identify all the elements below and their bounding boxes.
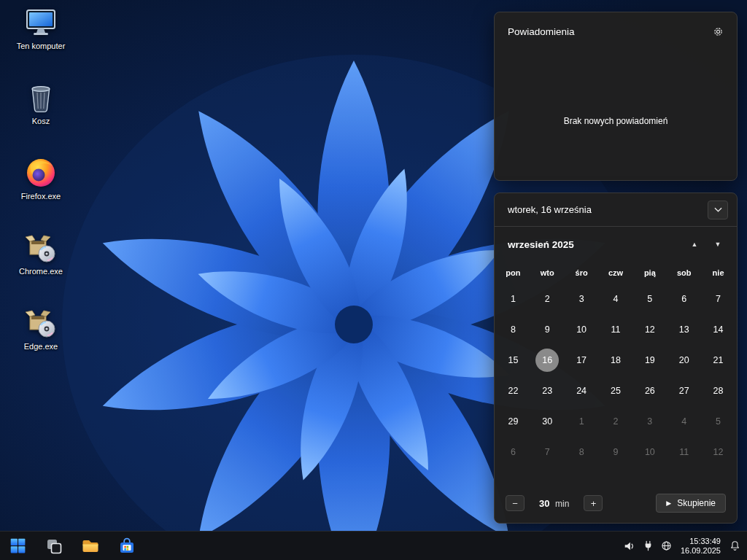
calendar-grid: 1234567891011121314151617181920212223242… [495,284,737,467]
focus-decrease-button[interactable]: − [506,495,525,511]
microsoft-store-button[interactable] [111,534,143,559]
taskbar-left [0,534,143,559]
bell-icon [729,540,741,552]
day-name: czw [599,262,633,284]
calendar-day[interactable]: 12 [632,314,667,345]
desktop-icon-firefox[interactable]: Firefox.exe [7,155,74,219]
calendar-collapse-button[interactable] [708,201,728,219]
task-view-icon [45,537,63,555]
clock-date: 16.09.2025 [681,546,721,556]
globe-icon [660,540,673,552]
calendar-day[interactable]: 19 [632,345,667,376]
calendar-prev-month-button[interactable]: ▲ [683,234,706,254]
calendar-day[interactable]: 6 [496,437,530,467]
calendar-date-header[interactable]: wtorek, 16 września [508,204,592,215]
desktop-icon-edge-installer[interactable]: Edge.exe [7,305,74,370]
calendar-day[interactable]: 15 [496,345,530,376]
calendar-month-label[interactable]: wrzesień 2025 [508,239,683,250]
calendar-month-row: wrzesień 2025 ▲ ▼ [495,227,737,262]
calendar-day[interactable]: 9 [530,314,565,345]
start-button[interactable] [1,534,34,559]
taskbar: 15:33:49 16.09.2025 [0,531,747,560]
desktop-icon-label: Ten komputer [17,42,66,51]
desktop-icon-chrome-installer[interactable]: Chrome.exe [7,230,74,295]
recycle-bin-icon [23,79,58,114]
focus-session-row: − 30 min + ▶ Skupienie [506,494,726,513]
calendar-day[interactable]: 6 [667,284,701,314]
notification-panel-title: Powiadomienia [508,26,575,37]
calendar-header: wtorek, 16 września [495,193,737,227]
calendar-day[interactable]: 4 [667,406,701,437]
volume-button[interactable] [620,534,639,558]
power-plug-button[interactable] [639,534,657,558]
notification-settings-button[interactable] [708,21,728,42]
calendar-day[interactable]: 28 [701,376,735,406]
calendar-day[interactable]: 20 [667,345,701,376]
power-plug-icon [642,540,654,552]
task-view-button[interactable] [38,534,70,559]
network-globe-button[interactable] [657,534,676,558]
microsoft-store-icon [118,537,136,555]
calendar-day[interactable]: 26 [632,376,667,406]
calendar-day[interactable]: 8 [496,314,530,345]
calendar-day[interactable]: 3 [565,284,599,314]
calendar-day[interactable]: 4 [599,284,633,314]
calendar-day[interactable]: 11 [667,437,701,467]
calendar-day[interactable]: 8 [565,437,599,467]
day-name: sob [667,262,701,284]
calendar-day[interactable]: 13 [667,314,701,345]
calendar-day[interactable]: 21 [701,345,735,376]
file-explorer-button[interactable] [74,534,107,559]
desktop: Ten komputer Kosz [0,0,747,531]
calendar-day[interactable]: 7 [701,284,735,314]
folder-icon [81,537,100,556]
calendar-day[interactable]: 10 [565,314,599,345]
calendar-day[interactable]: 10 [632,437,667,467]
day-name: śro [565,262,599,284]
speaker-icon [623,540,636,553]
day-name: pią [632,262,667,284]
calendar-day[interactable]: 18 [599,345,633,376]
calendar-day[interactable]: 16 [530,345,565,376]
calendar-day[interactable]: 2 [530,284,565,314]
desktop-icon-label: Edge.exe [24,342,58,351]
focus-start-button[interactable]: ▶ Skupienie [656,494,726,513]
calendar-day[interactable]: 22 [496,376,530,406]
calendar-day[interactable]: 5 [632,284,667,314]
calendar-day[interactable]: 9 [599,437,633,467]
calendar-day[interactable]: 11 [599,314,633,345]
taskbar-clock[interactable]: 15:33:49 16.09.2025 [676,537,726,556]
day-name: nie [701,262,735,284]
calendar-day[interactable]: 5 [701,406,735,437]
calendar-day[interactable]: 24 [565,376,599,406]
calendar-day[interactable]: 25 [599,376,633,406]
calendar-day[interactable]: 7 [530,437,565,467]
installer-disc-icon [23,305,58,340]
calendar-day[interactable]: 30 [530,406,565,437]
calendar-day[interactable]: 29 [496,406,530,437]
calendar-day[interactable]: 23 [530,376,565,406]
calendar-day[interactable]: 14 [701,314,735,345]
desktop-icon-label: Chrome.exe [19,267,63,276]
chevron-down-icon [714,207,722,212]
calendar-panel: wtorek, 16 września wrzesień 2025 ▲ ▼ po… [494,192,738,524]
calendar-day[interactable]: 27 [667,376,701,406]
focus-increase-button[interactable]: + [584,495,603,511]
calendar-day[interactable]: 12 [701,437,735,467]
notification-bell-button[interactable] [726,534,744,558]
desktop-icon-column: Ten komputer Kosz [7,4,74,370]
windows-logo-icon [9,537,27,555]
day-name: wto [530,262,565,284]
desktop-icon-recycle-bin[interactable]: Kosz [7,79,74,144]
calendar-day[interactable]: 1 [496,284,530,314]
desktop-icon-this-pc[interactable]: Ten komputer [7,4,74,69]
this-pc-icon [23,4,58,39]
calendar-day[interactable]: 17 [565,345,599,376]
calendar-day[interactable]: 3 [632,406,667,437]
notification-panel: Powiadomienia Brak nowych powiadomień [494,12,738,181]
desktop-icon-label: Firefox.exe [21,192,61,201]
system-tray: 15:33:49 16.09.2025 [620,534,747,558]
calendar-day[interactable]: 1 [565,406,599,437]
calendar-next-month-button[interactable]: ▼ [706,234,729,254]
calendar-day[interactable]: 2 [599,406,633,437]
